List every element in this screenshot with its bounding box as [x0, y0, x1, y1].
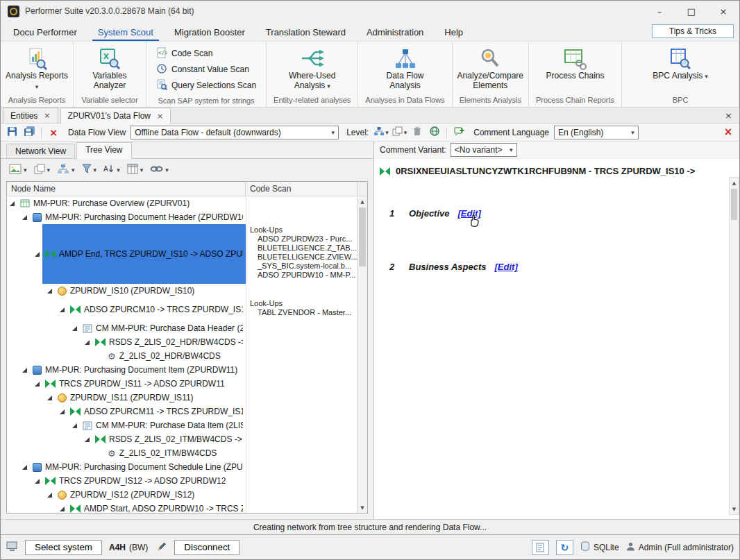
- save-all-button[interactable]: [22, 126, 36, 139]
- report-button[interactable]: [532, 540, 549, 555]
- flow-level-dropdown[interactable]: ▾: [373, 126, 389, 139]
- select-system-button[interactable]: Select system: [25, 540, 102, 555]
- edit-link[interactable]: [Edit]: [495, 262, 518, 272]
- document-scrollbar[interactable]: ▲ ▼: [729, 177, 739, 515]
- process-chains-button[interactable]: Process Chains: [543, 44, 607, 82]
- layout-dropdown[interactable]: ▾: [392, 126, 407, 139]
- scroll-down-icon[interactable]: ▼: [358, 502, 367, 513]
- tree-row[interactable]: ADSO ZPURCM11 -> TRCS ZPURDW_IS11: [7, 405, 357, 418]
- close-comments-button[interactable]: ×: [721, 126, 735, 139]
- doc-tab-zpurv01-s-data-flow[interactable]: ZPURV01's Data Flow×: [60, 108, 171, 124]
- edit-system-icon[interactable]: [157, 541, 167, 553]
- scroll-up-icon[interactable]: ▲: [358, 196, 367, 207]
- expander-icon[interactable]: [47, 493, 52, 498]
- constant-value-scan-button[interactable]: Constant Value Scan: [152, 62, 253, 77]
- tree-row[interactable]: ZPURDW_IS12 (ZPURDW_IS12): [7, 488, 357, 502]
- tips-tricks-button[interactable]: Tips & Tricks: [652, 24, 734, 38]
- ribbon-tab-migration-booster[interactable]: Migration Booster: [169, 24, 251, 41]
- tree-row[interactable]: CM MM-PUR: Purchase Data Item (2LIS: [7, 418, 357, 432]
- where-used-analysis-button[interactable]: Where-Used Analysis ▾: [278, 44, 347, 92]
- add-comment-language-button[interactable]: [452, 126, 466, 139]
- maximize-button[interactable]: □: [675, 1, 707, 22]
- delete-button[interactable]: [410, 126, 424, 139]
- tree-row[interactable]: RSDS Z_2LIS_02_ITM/BW4CDS -> A: [7, 432, 357, 446]
- variables-analyzer-button[interactable]: Variables Analyzer: [75, 44, 144, 92]
- tab-network-view[interactable]: Network View: [6, 144, 75, 158]
- ribbon-tab-translation-steward[interactable]: Translation Steward: [260, 24, 351, 41]
- expander-icon[interactable]: [47, 396, 52, 400]
- disconnect-button[interactable]: Disconnect: [174, 540, 239, 555]
- scroll-up-icon[interactable]: ▲: [730, 178, 739, 188]
- expander-icon[interactable]: [60, 409, 65, 414]
- data-flow-view-select[interactable]: Offline Data Flow - default (downwards) …: [131, 126, 339, 139]
- expander-icon[interactable]: [60, 307, 65, 312]
- tree-row[interactable]: MM-PUR: Purchase Overview (ZPURV01): [7, 196, 357, 210]
- expander-icon[interactable]: [85, 340, 90, 345]
- expander-icon[interactable]: [47, 289, 52, 294]
- analysis-reports-button[interactable]: Analysis Reports ▾: [2, 44, 72, 93]
- expander-icon[interactable]: [22, 465, 27, 470]
- code-scan-button[interactable]: </>Code Scan: [152, 46, 217, 61]
- tree-row[interactable]: AMDP End, TRCS ZPURDW_IS10 -> ADSO ZPURD…: [7, 224, 357, 284]
- tree-row[interactable]: MM-PUR: Purchasing Document Header (ZPUR…: [7, 210, 357, 224]
- tree-row[interactable]: MM-PUR: Purchasing Document Item (ZPURDW…: [7, 363, 357, 377]
- tree-row[interactable]: ⚙Z_2LIS_02_ITM/BW4CDS: [7, 446, 357, 460]
- column-code-scan[interactable]: Code Scan: [246, 182, 357, 196]
- columns-dropdown[interactable]: ▾: [127, 164, 144, 176]
- history-button[interactable]: [428, 126, 442, 139]
- tree-row[interactable]: MM-PUR: Purchasing Document Schedule Lin…: [7, 460, 357, 474]
- export-image-dropdown[interactable]: ▾: [9, 164, 27, 176]
- bpc-analysis-button[interactable]: BPC Analysis ▾: [650, 44, 710, 83]
- tree-row[interactable]: ⚙Z_2LIS_02_HDR/BW4CDS: [7, 349, 357, 363]
- link-dropdown[interactable]: ▾: [150, 164, 169, 176]
- ribbon-tab-system-scout[interactable]: System Scout: [92, 24, 159, 41]
- tree-row[interactable]: RSDS Z_2LIS_02_HDR/BW4CDS -> A: [7, 335, 357, 349]
- expander-icon[interactable]: [85, 437, 90, 442]
- comment-variant-select[interactable]: <No variant> ▾: [451, 143, 517, 157]
- expander-icon[interactable]: [22, 368, 27, 373]
- ribbon-tab-help[interactable]: Help: [439, 24, 469, 41]
- ribbon-tab-administration[interactable]: Administration: [361, 24, 429, 41]
- close-icon[interactable]: ×: [44, 111, 50, 120]
- tree-row[interactable]: AMDP Start, ADSO ZPURDW10 -> TRCS ZPURDW…: [7, 502, 357, 513]
- scroll-track[interactable]: [730, 188, 739, 504]
- expander-icon[interactable]: [10, 201, 15, 206]
- tree-row[interactable]: ADSO ZPURCM10 -> TRCS ZPURDW_IS10Look-Up…: [7, 298, 357, 321]
- expander-icon[interactable]: [35, 479, 40, 484]
- save-button[interactable]: [5, 126, 19, 139]
- minimize-button[interactable]: –: [644, 1, 675, 22]
- ribbon-tab-docu-performer[interactable]: Docu Performer: [8, 24, 83, 41]
- expander-icon[interactable]: [35, 252, 40, 257]
- analyze-compare-elements-button[interactable]: Analyze/Compare Elements: [455, 44, 525, 92]
- scroll-thumb[interactable]: [359, 207, 366, 266]
- comment-language-select[interactable]: En (English) ▾: [554, 126, 639, 139]
- tabstrip-close-icon[interactable]: ×: [725, 110, 732, 121]
- column-node-name[interactable]: Node Name: [7, 182, 246, 196]
- query-selections-scan-button[interactable]: Query Selections Scan: [152, 78, 260, 93]
- discard-changes-button[interactable]: ×: [47, 126, 60, 139]
- refresh-button[interactable]: ↻: [556, 540, 573, 555]
- tree-row[interactable]: ZPURDW_IS10 (ZPURDW_IS10): [7, 284, 357, 298]
- hierarchy-dropdown[interactable]: ▾: [57, 164, 75, 176]
- expander-icon[interactable]: [72, 326, 77, 331]
- expander-icon[interactable]: [60, 507, 65, 511]
- data-flow-analysis-button[interactable]: Data Flow Analysis: [371, 44, 440, 92]
- tree-row[interactable]: ZPURDW_IS11 (ZPURDW_IS11): [7, 391, 357, 405]
- close-button[interactable]: ×: [707, 1, 739, 22]
- copy-dropdown[interactable]: ▾: [34, 164, 51, 176]
- close-icon[interactable]: ×: [157, 112, 163, 121]
- scroll-track[interactable]: [358, 207, 367, 502]
- tree-scrollbar[interactable]: ▲ ▼: [357, 196, 367, 513]
- expander-icon[interactable]: [22, 215, 27, 220]
- tree-row[interactable]: TRCS ZPURDW_IS11 -> ADSO ZPURDW11: [7, 377, 357, 391]
- tab-tree-view[interactable]: Tree View: [76, 142, 131, 159]
- tree-row[interactable]: CM MM-PUR: Purchase Data Header (2L: [7, 321, 357, 335]
- scroll-down-icon[interactable]: ▼: [730, 504, 739, 514]
- scroll-thumb[interactable]: [731, 189, 737, 220]
- sort-dropdown[interactable]: A▾: [103, 164, 120, 176]
- tree-row[interactable]: TRCS ZPURDW_IS12 -> ADSO ZPURDW12: [7, 474, 357, 488]
- expander-icon[interactable]: [72, 423, 77, 428]
- doc-tab-entities[interactable]: Entities×: [3, 108, 58, 123]
- expander-icon[interactable]: [35, 382, 40, 387]
- filter-dropdown[interactable]: ▾: [82, 164, 97, 176]
